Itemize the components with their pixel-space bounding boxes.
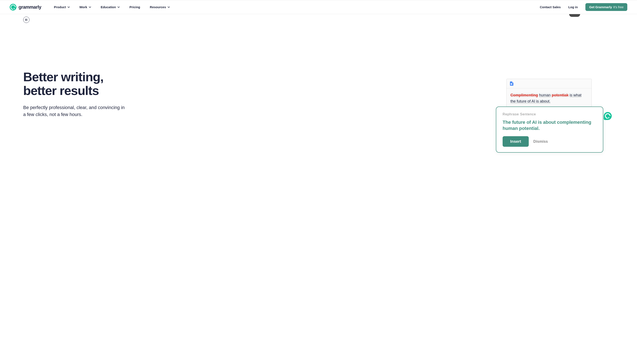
nav-resources[interactable]: Resources: [150, 5, 170, 9]
logo[interactable]: grammarly: [10, 4, 41, 10]
chevron-down-icon: [118, 6, 120, 8]
pause-icon: [26, 19, 27, 21]
grammarly-badge-icon[interactable]: [604, 112, 612, 120]
document-header: [507, 79, 591, 88]
heading-line-1: Better writing,: [23, 70, 104, 84]
cta-main-text: Get Grammarly: [589, 5, 612, 9]
main-header: grammarly Product Work Education: [0, 0, 637, 14]
login-link[interactable]: Log in: [568, 5, 578, 9]
chevron-down-icon: [89, 6, 91, 8]
logo-icon: [10, 4, 17, 10]
suggestion-label: Rephrase Sentence: [503, 112, 596, 116]
logo-text: grammarly: [19, 4, 41, 10]
heading-line-2: better results: [23, 84, 99, 98]
hero-text-block: Better writing, better results Be perfec…: [23, 70, 141, 118]
cta-sub-text: It's free: [613, 5, 623, 9]
chevron-down-icon: [168, 6, 170, 8]
nav-label: Work: [80, 5, 87, 9]
pause-button[interactable]: [23, 17, 30, 23]
google-doc-icon: [510, 82, 513, 86]
document-body: Complimenting human potentiak is what th…: [507, 88, 591, 110]
nav-label: Product: [54, 5, 66, 9]
main-nav: Product Work Education Pricing: [54, 5, 170, 9]
suggestion-actions: Insert Dismiss: [503, 136, 596, 147]
hero-heading: Better writing, better results: [23, 70, 141, 98]
doc-word-human: human: [539, 93, 551, 97]
nav-label: Pricing: [129, 5, 140, 9]
hero-subheading: Be perfectly professional, clear, and co…: [23, 104, 129, 118]
suggestion-text: The future of AI is about complementing …: [503, 119, 596, 132]
nav-pricing[interactable]: Pricing: [129, 5, 140, 9]
nav-label: Resources: [150, 5, 166, 9]
chevron-down-icon: [68, 6, 70, 8]
nav-education[interactable]: Education: [101, 5, 120, 9]
nav-product[interactable]: Product: [54, 5, 70, 9]
hero-content: Better writing, better results Be perfec…: [23, 70, 614, 118]
nav-label: Education: [101, 5, 116, 9]
insert-button[interactable]: Insert: [503, 136, 529, 147]
avatar-peek: [569, 14, 580, 17]
header-left-group: grammarly Product Work Education: [10, 4, 170, 10]
strikethrough-word-1: Complimenting: [510, 93, 538, 97]
document-card: Complimenting human potentiak is what th…: [506, 79, 592, 110]
contact-sales-link[interactable]: Contact Sales: [540, 5, 561, 9]
suggestion-card: Rephrase Sentence The future of AI is ab…: [496, 106, 603, 153]
nav-work[interactable]: Work: [80, 5, 91, 9]
get-grammarly-button[interactable]: Get Grammarly It's free: [585, 3, 627, 11]
header-right-group: Contact Sales Log in Get Grammarly It's …: [540, 3, 627, 11]
dismiss-button[interactable]: Dismiss: [533, 139, 548, 144]
hero-section: Better writing, better results Be perfec…: [0, 14, 637, 174]
strikethrough-word-2: potentiak: [552, 93, 568, 97]
demo-area: Complimenting human potentiak is what th…: [496, 79, 614, 110]
